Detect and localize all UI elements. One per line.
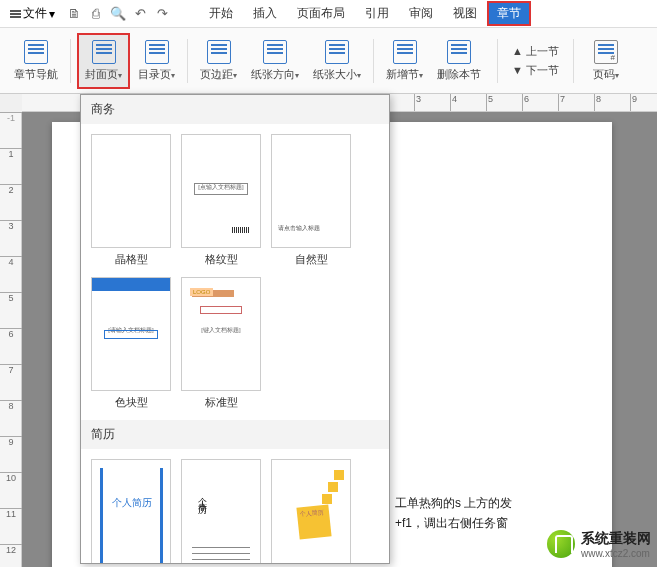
doc-icon: [207, 40, 231, 64]
ruler-tick: -1: [0, 112, 22, 123]
down-arrow-icon: ▼: [512, 64, 523, 76]
ruler-tick: 3: [0, 220, 22, 231]
watermark-url: www.xtcz2.com: [581, 548, 651, 559]
ruler-tick: 4: [0, 256, 22, 267]
template-色块型[interactable]: [请输入文档标题]色块型: [91, 277, 171, 410]
next-section-button[interactable]: ▼下一节: [508, 62, 563, 79]
template-自然型[interactable]: 请点击输入标题自然型: [271, 134, 351, 267]
ruler-tick: 5: [0, 292, 22, 303]
page-number-button[interactable]: # 页码▾: [584, 33, 628, 89]
tab-审阅[interactable]: 审阅: [399, 1, 443, 26]
ribbon-separator: [573, 39, 574, 83]
doc-icon: [325, 40, 349, 64]
template-晶格型[interactable]: 晶格型: [91, 134, 171, 267]
template-thumbnail: 个人简历: [271, 459, 351, 563]
qa-save-icon[interactable]: 🗎: [65, 5, 83, 23]
template-caption: 标准型: [205, 395, 238, 410]
ruler-tick: 9: [0, 436, 22, 447]
tab-引用[interactable]: 引用: [355, 1, 399, 26]
tab-bar: 开始插入页面布局引用审阅视图章节: [199, 1, 531, 26]
ruler-tick: 7: [558, 94, 565, 112]
watermark-title: 系统重装网: [581, 530, 651, 546]
ribbon-纸张方向-button[interactable]: 纸张方向▾: [245, 33, 305, 89]
chevron-down-icon: ▾: [118, 71, 122, 80]
doc-icon: [263, 40, 287, 64]
ruler-tick: 6: [0, 328, 22, 339]
prev-section-button[interactable]: ▲上一节: [508, 43, 563, 60]
template-thumbnail: [点输入文档标题]: [181, 134, 261, 248]
template-caption: 晶格型: [115, 252, 148, 267]
qa-print-icon[interactable]: ⎙: [87, 5, 105, 23]
template-thumbnail: 个人简历: [91, 459, 171, 563]
tab-视图[interactable]: 视图: [443, 1, 487, 26]
ruler-tick: 8: [0, 400, 22, 411]
ribbon-纸张大小-button[interactable]: 纸张大小▾: [307, 33, 367, 89]
ruler-tick: 4: [450, 94, 457, 112]
file-label: 文件: [23, 5, 47, 22]
template-caption: 自然型: [295, 252, 328, 267]
ruler-tick: 6: [522, 94, 529, 112]
qa-undo-icon[interactable]: ↶: [131, 5, 149, 23]
dropdown-scroll[interactable]: 商务晶格型[点输入文档标题]格纹型请点击输入标题自然型[请输入文档标题]色块型[…: [81, 95, 389, 563]
ruler-tick: 11: [0, 508, 22, 519]
template-caption: 色块型: [115, 395, 148, 410]
doc-icon: [24, 40, 48, 64]
section-nav-stack: ▲上一节 ▼下一节: [508, 43, 563, 79]
chevron-down-icon: ▾: [615, 71, 619, 80]
hamburger-icon: [10, 9, 21, 19]
up-arrow-icon: ▲: [512, 45, 523, 57]
ribbon-新增节-button[interactable]: 新增节▾: [380, 33, 429, 89]
chevron-down-icon: ▾: [357, 71, 361, 80]
ruler-tick: 12: [0, 544, 22, 555]
template-grid: 晶格型[点输入文档标题]格纹型请点击输入标题自然型[请输入文档标题]色块型[键入…: [81, 124, 389, 420]
ribbon-章节导航-button[interactable]: 章节导航: [8, 33, 64, 89]
template-thumbnail: [键入文档标题]LOGO: [181, 277, 261, 391]
dropdown-section-header: 商务: [81, 95, 389, 124]
chevron-down-icon: ▾: [233, 71, 237, 80]
doc-icon: [447, 40, 471, 64]
ribbon: 章节导航封面页▾目录页▾页边距▾纸张方向▾纸张大小▾新增节▾删除本节 ▲上一节 …: [0, 28, 657, 94]
ruler-tick: 3: [414, 94, 421, 112]
ruler-tick: 5: [486, 94, 493, 112]
ribbon-separator: [497, 39, 498, 83]
vertical-ruler[interactable]: -1123456789101112: [0, 112, 22, 567]
template-简约型[interactable]: 个人简历简约型: [91, 459, 171, 563]
document-text: 工单热狗的s 上方的发 +f1，调出右侧任务窗: [395, 493, 595, 534]
doc-icon: [145, 40, 169, 64]
ruler-tick: 7: [0, 364, 22, 375]
chevron-down-icon: ▾: [295, 71, 299, 80]
doc-icon: [92, 40, 116, 64]
template-标准型[interactable]: [键入文档标题]LOGO标准型: [181, 277, 261, 410]
dropdown-section-header: 简历: [81, 420, 389, 449]
template-格纹型[interactable]: [点输入文档标题]格纹型: [181, 134, 261, 267]
template-thumbnail: 请点击输入标题: [271, 134, 351, 248]
ribbon-页边距-button[interactable]: 页边距▾: [194, 33, 243, 89]
tab-章节[interactable]: 章节: [487, 1, 531, 26]
ribbon-separator: [187, 39, 188, 83]
file-menu[interactable]: 文件 ▾: [4, 3, 61, 24]
ribbon-封面页-button[interactable]: 封面页▾: [77, 33, 130, 89]
chevron-down-icon: ▾: [171, 71, 175, 80]
ruler-tick: 2: [0, 184, 22, 195]
template-caption: 格纹型: [205, 252, 238, 267]
watermark: 系统重装网 www.xtcz2.com: [547, 529, 651, 559]
ribbon-目录页-button[interactable]: 目录页▾: [132, 33, 181, 89]
cover-page-dropdown[interactable]: 商务晶格型[点输入文档标题]格纹型请点击输入标题自然型[请输入文档标题]色块型[…: [80, 94, 390, 564]
template-thumbnail: [请输入文档标题]: [91, 277, 171, 391]
qa-preview-icon[interactable]: 🔍: [109, 5, 127, 23]
ribbon-separator: [373, 39, 374, 83]
template-黑白型[interactable]: 个人简历黑白型: [181, 459, 261, 563]
ruler-tick: 9: [630, 94, 637, 112]
template-thumbnail: 个人简历: [181, 459, 261, 563]
tab-插入[interactable]: 插入: [243, 1, 287, 26]
template-thumbnail: [91, 134, 171, 248]
tab-开始[interactable]: 开始: [199, 1, 243, 26]
menubar: 文件 ▾ 🗎 ⎙ 🔍 ↶ ↷ 开始插入页面布局引用审阅视图章节: [0, 0, 657, 28]
ruler-tick: 10: [0, 472, 22, 483]
chevron-down-icon: ▾: [49, 7, 55, 21]
qa-redo-icon[interactable]: ↷: [153, 5, 171, 23]
tab-页面布局[interactable]: 页面布局: [287, 1, 355, 26]
template-设计型[interactable]: 个人简历设计型: [271, 459, 351, 563]
ribbon-删除本节-button[interactable]: 删除本节: [431, 33, 487, 89]
ruler-tick: 8: [594, 94, 601, 112]
